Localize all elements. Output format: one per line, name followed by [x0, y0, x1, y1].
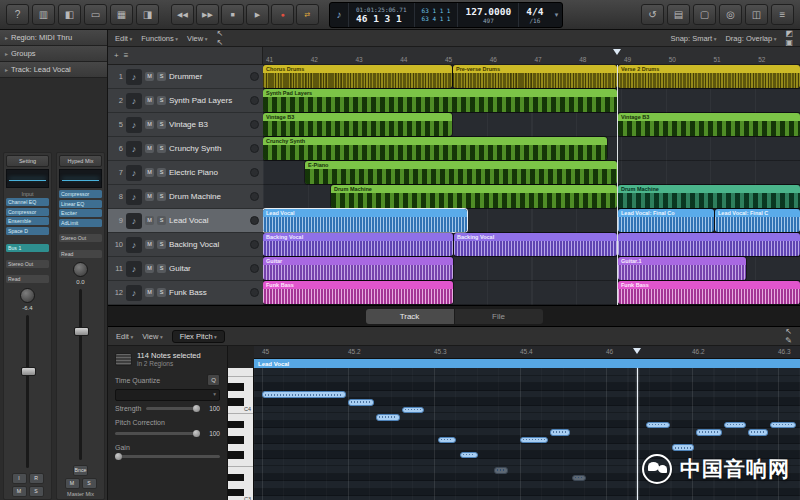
channel-setting-button[interactable]: Setting: [6, 155, 49, 167]
flex-pitch-note[interactable]: [770, 422, 796, 429]
groups-inspector-header[interactable]: Groups: [0, 46, 107, 62]
solo-button[interactable]: S: [157, 288, 166, 297]
playhead[interactable]: [617, 65, 618, 305]
region[interactable]: Synth Pad Layers: [263, 89, 617, 112]
flex-pitch-note[interactable]: [348, 399, 374, 406]
fader-cap[interactable]: [21, 367, 36, 376]
solo-button[interactable]: S: [157, 96, 166, 105]
region[interactable]: Vintage B3: [618, 113, 800, 136]
input-monitor-button[interactable]: [250, 240, 259, 249]
mute-button[interactable]: M: [145, 264, 154, 273]
channel-setting-button[interactable]: Hyped Mix: [59, 155, 102, 167]
region[interactable]: Drum Machine: [618, 185, 800, 208]
flex-pitch-note[interactable]: [672, 444, 694, 451]
black-key[interactable]: [228, 451, 244, 459]
snap-mode-select[interactable]: Snap: Smart: [670, 34, 716, 43]
solo-button[interactable]: S: [157, 216, 166, 225]
track-header[interactable]: 6♪MSCrunchy Synth: [108, 137, 263, 161]
record-button[interactable]: ●: [271, 4, 294, 25]
plugin-slot[interactable]: Linear EQ: [59, 200, 102, 208]
mute-button[interactable]: M: [145, 96, 154, 105]
region[interactable]: E-Piano: [305, 161, 617, 184]
input-monitor-button[interactable]: [250, 168, 259, 177]
flex-pitch-note[interactable]: [520, 437, 548, 444]
track-header[interactable]: 8♪MSDrum Machine: [108, 185, 263, 209]
drag-mode-select[interactable]: Drag: Overlap: [725, 34, 776, 43]
black-key[interactable]: [228, 489, 244, 497]
region[interactable]: Funk Bass: [263, 281, 453, 304]
mute-button[interactable]: M: [145, 192, 154, 201]
send-slot[interactable]: Bus 1: [6, 244, 49, 252]
lcd-mode-icon[interactable]: ♪: [330, 3, 349, 27]
stop-button[interactable]: ■: [221, 4, 244, 25]
mute-button[interactable]: M: [145, 288, 154, 297]
strength-slider[interactable]: [146, 407, 200, 410]
mute-button[interactable]: M: [145, 144, 154, 153]
inspector-icon[interactable]: ◧: [58, 4, 81, 25]
control-bar-menu-icon[interactable]: ≡: [771, 4, 794, 25]
black-key[interactable]: [228, 383, 244, 391]
track-header[interactable]: 1♪MSDrummer: [108, 65, 263, 89]
automation-mode-button[interactable]: Read: [6, 275, 49, 283]
lcd-position[interactable]: 46 1 3 1: [356, 13, 407, 24]
quick-help-icon[interactable]: ?: [6, 4, 29, 25]
track-inspector-header[interactable]: Track: Lead Vocal: [0, 62, 107, 78]
region[interactable]: Drum Machine: [331, 185, 617, 208]
black-key[interactable]: [228, 474, 244, 482]
flex-pitch-note[interactable]: [438, 437, 456, 444]
region[interactable]: Lead Vocal: Final C: [715, 209, 800, 232]
mute-solo-button[interactable]: M: [65, 478, 80, 489]
plugin-slot[interactable]: Space D: [6, 227, 49, 235]
flex-pitch-note[interactable]: [550, 429, 570, 436]
lcd-tempo[interactable]: 127.0000: [465, 6, 511, 17]
cycle-button[interactable]: ⇄: [296, 4, 319, 25]
eq-display[interactable]: [59, 169, 102, 188]
lcd-dropdown-icon[interactable]: ▾: [550, 3, 562, 27]
plugin-slot[interactable]: Compressor: [6, 208, 49, 216]
black-key[interactable]: [228, 436, 244, 444]
pitch-correction-slider[interactable]: [115, 432, 200, 435]
quantize-button[interactable]: Q: [207, 374, 220, 386]
mute-solo-button[interactable]: M: [12, 486, 27, 497]
view-menu[interactable]: View: [187, 34, 207, 43]
playhead[interactable]: [637, 368, 638, 500]
strip-button[interactable]: I: [12, 473, 27, 484]
input-monitor-button[interactable]: [250, 96, 259, 105]
strip-button[interactable]: Bnce: [73, 465, 89, 476]
zoom-controls-icon[interactable]: ▣: [785, 38, 793, 47]
functions-menu[interactable]: Functions: [141, 34, 178, 43]
track-header-config-icon[interactable]: ≡: [124, 51, 129, 60]
mute-button[interactable]: M: [145, 216, 154, 225]
plugin-slot[interactable]: Compressor: [59, 190, 102, 198]
solo-button[interactable]: S: [157, 264, 166, 273]
command-click-tool[interactable]: ↖: [216, 38, 223, 47]
editor-view-menu[interactable]: View: [142, 332, 162, 341]
input-monitor-button[interactable]: [250, 288, 259, 297]
automation-mode-button[interactable]: Read: [59, 250, 102, 258]
pan-knob[interactable]: [73, 262, 88, 277]
solo-button[interactable]: S: [157, 192, 166, 201]
time-quantize-select[interactable]: [115, 389, 220, 401]
plugin-slot[interactable]: Channel EQ: [6, 198, 49, 206]
flex-pitch-note[interactable]: [724, 422, 746, 429]
output-slot[interactable]: Stereo Out: [6, 260, 49, 268]
play-button[interactable]: ▶: [246, 4, 269, 25]
region[interactable]: Guitar: [263, 257, 453, 280]
bar-ruler[interactable]: 414243444546474849505152: [263, 47, 800, 65]
mixer-icon[interactable]: ▦: [110, 4, 133, 25]
plugin-slot[interactable]: AdLimit: [59, 219, 102, 227]
plugin-slot[interactable]: Ensemble: [6, 217, 49, 225]
editor-ruler[interactable]: 4545.245.345.44646.246.3: [254, 346, 800, 359]
flex-pitch-note[interactable]: [696, 429, 722, 436]
solo-button[interactable]: S: [157, 168, 166, 177]
mute-button[interactable]: M: [145, 120, 154, 129]
black-key[interactable]: [228, 398, 244, 406]
track-header[interactable]: 11♪MSGuitar: [108, 257, 263, 281]
input-monitor-button[interactable]: [250, 192, 259, 201]
lcd-signature[interactable]: 4/4: [526, 6, 543, 17]
flex-pitch-note[interactable]: [460, 452, 478, 459]
volume-fader[interactable]: [59, 289, 102, 460]
track-header[interactable]: 10♪MSBacking Vocal: [108, 233, 263, 257]
track-header[interactable]: 5♪MSVintage B3: [108, 113, 263, 137]
solo-button[interactable]: S: [157, 120, 166, 129]
